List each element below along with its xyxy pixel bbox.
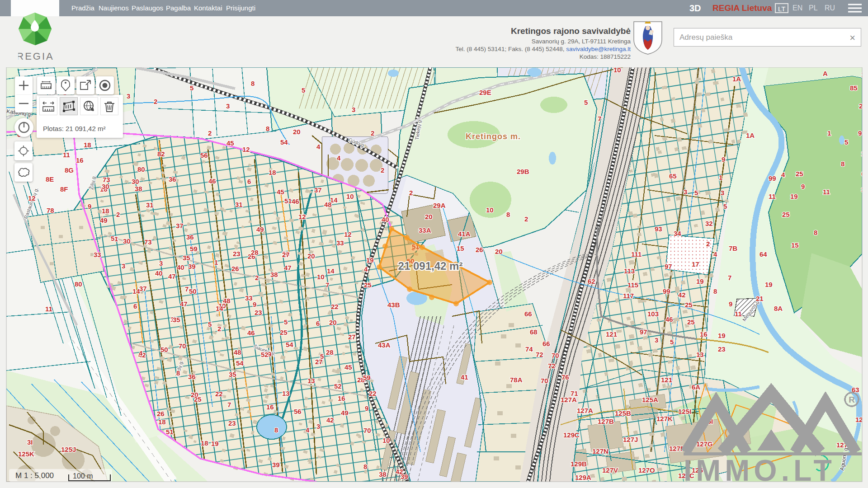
svg-text:2: 2 xyxy=(255,274,259,282)
svg-text:121: 121 xyxy=(661,376,672,384)
svg-text:46: 46 xyxy=(292,197,299,205)
svg-text:8: 8 xyxy=(363,463,367,470)
svg-text:25: 25 xyxy=(859,102,867,110)
svg-text:117: 117 xyxy=(623,292,634,300)
svg-text:23: 23 xyxy=(228,419,236,427)
svg-text:26: 26 xyxy=(231,265,239,272)
svg-text:80: 80 xyxy=(75,280,82,288)
svg-text:76: 76 xyxy=(561,373,569,381)
svg-text:42: 42 xyxy=(678,291,686,299)
svg-text:3: 3 xyxy=(684,188,687,196)
svg-text:3: 3 xyxy=(316,422,320,430)
svg-text:8: 8 xyxy=(814,229,817,236)
svg-text:5: 5 xyxy=(670,338,674,346)
svg-text:10: 10 xyxy=(382,436,390,444)
svg-text:8F: 8F xyxy=(60,185,68,193)
svg-text:82: 82 xyxy=(157,150,165,158)
svg-text:85: 85 xyxy=(850,84,858,92)
svg-text:2: 2 xyxy=(524,215,528,223)
svg-text:127G: 127G xyxy=(696,440,713,448)
svg-text:9: 9 xyxy=(253,300,256,308)
svg-text:26: 26 xyxy=(476,246,483,253)
svg-text:27: 27 xyxy=(348,333,356,341)
svg-text:REGIA: REGIA xyxy=(18,51,54,62)
svg-text:7B: 7B xyxy=(729,244,737,252)
svg-text:46: 46 xyxy=(208,177,216,185)
svg-text:23: 23 xyxy=(255,309,262,316)
svg-text:36: 36 xyxy=(186,233,194,241)
svg-text:25: 25 xyxy=(280,328,288,336)
svg-text:11: 11 xyxy=(45,305,52,313)
svg-text:125I: 125I xyxy=(678,408,691,415)
svg-text:8: 8 xyxy=(713,287,717,295)
svg-text:5: 5 xyxy=(694,189,698,197)
svg-text:74: 74 xyxy=(525,345,533,353)
svg-text:IMMO.LT: IMMO.LT xyxy=(684,454,836,487)
svg-text:2: 2 xyxy=(409,189,413,197)
svg-text:11: 11 xyxy=(769,192,776,200)
svg-text:22: 22 xyxy=(369,389,377,397)
svg-text:9: 9 xyxy=(722,155,725,163)
svg-text:13: 13 xyxy=(696,351,704,358)
svg-text:99: 99 xyxy=(663,287,670,295)
svg-text:66: 66 xyxy=(524,310,532,318)
svg-text:2: 2 xyxy=(217,325,221,333)
svg-text:127J: 127J xyxy=(623,436,638,443)
svg-text:39: 39 xyxy=(401,473,408,480)
svg-text:46: 46 xyxy=(247,329,255,337)
svg-text:54: 54 xyxy=(280,138,288,146)
svg-text:54: 54 xyxy=(286,341,293,348)
svg-text:31: 31 xyxy=(235,201,243,208)
svg-text:5: 5 xyxy=(320,352,324,360)
svg-text:4: 4 xyxy=(781,171,785,178)
svg-text:14: 14 xyxy=(327,267,335,275)
svg-text:8: 8 xyxy=(176,369,180,377)
svg-text:49: 49 xyxy=(256,225,264,233)
svg-text:3: 3 xyxy=(721,189,724,197)
svg-text:14: 14 xyxy=(216,305,223,312)
svg-text:125A: 125A xyxy=(642,396,658,404)
svg-text:127O: 127O xyxy=(638,466,655,474)
svg-text:48: 48 xyxy=(234,348,241,356)
svg-text:97: 97 xyxy=(640,328,647,336)
svg-text:19: 19 xyxy=(366,256,374,264)
svg-text:42: 42 xyxy=(326,416,334,424)
svg-text:12: 12 xyxy=(298,213,306,221)
svg-text:23: 23 xyxy=(233,250,241,258)
svg-text:125K: 125K xyxy=(18,450,34,458)
svg-text:45: 45 xyxy=(344,363,352,371)
svg-text:38: 38 xyxy=(135,185,142,192)
svg-text:37: 37 xyxy=(314,186,322,194)
svg-text:1: 1 xyxy=(719,174,722,181)
svg-text:41A: 41A xyxy=(458,230,471,238)
svg-text:52: 52 xyxy=(334,382,342,390)
svg-text:73: 73 xyxy=(103,176,110,183)
svg-text:103: 103 xyxy=(647,310,659,318)
svg-text:16: 16 xyxy=(266,403,274,411)
svg-text:1: 1 xyxy=(114,235,118,243)
svg-text:20: 20 xyxy=(425,213,433,221)
svg-text:35: 35 xyxy=(173,316,180,324)
svg-text:6: 6 xyxy=(247,178,251,185)
svg-text:70: 70 xyxy=(179,342,186,350)
svg-text:47: 47 xyxy=(168,272,176,280)
svg-text:50: 50 xyxy=(160,346,168,353)
svg-text:3: 3 xyxy=(159,259,163,267)
svg-text:26: 26 xyxy=(157,410,165,418)
svg-text:1: 1 xyxy=(214,258,218,266)
svg-text:36: 36 xyxy=(169,175,176,183)
svg-text:121: 121 xyxy=(606,330,617,338)
svg-text:2: 2 xyxy=(381,166,384,174)
svg-text:22: 22 xyxy=(331,303,339,310)
svg-text:5: 5 xyxy=(584,99,588,106)
svg-text:35: 35 xyxy=(229,371,236,378)
svg-text:4: 4 xyxy=(713,250,717,258)
svg-text:11: 11 xyxy=(735,310,742,318)
svg-text:33: 33 xyxy=(245,294,253,302)
svg-text:43A: 43A xyxy=(378,341,391,349)
svg-text:12: 12 xyxy=(344,230,352,238)
svg-text:4: 4 xyxy=(316,143,321,150)
svg-text:19: 19 xyxy=(696,277,704,285)
svg-text:40: 40 xyxy=(177,263,184,271)
svg-text:8: 8 xyxy=(251,80,255,87)
